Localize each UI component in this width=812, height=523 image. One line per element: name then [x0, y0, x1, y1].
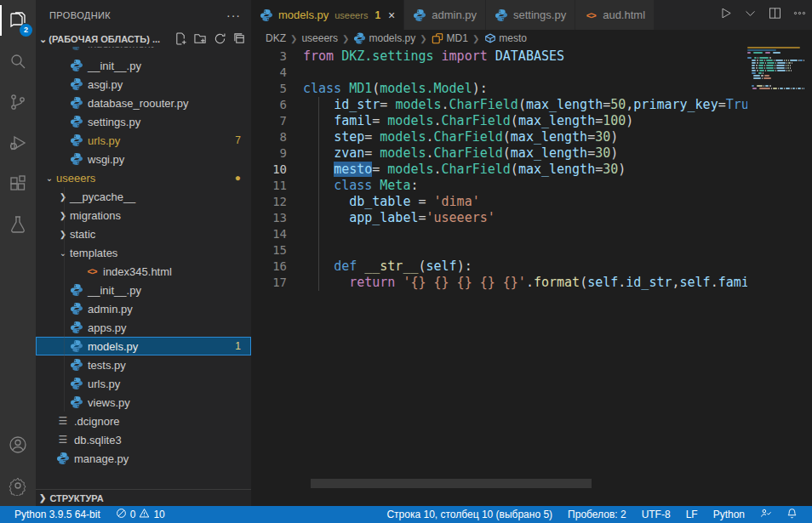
- more-actions-icon[interactable]: [792, 6, 807, 24]
- code-token: ,: [672, 275, 680, 290]
- line-number: 17: [251, 275, 287, 291]
- activity-search-icon[interactable]: [0, 41, 36, 82]
- status-feedback[interactable]: [754, 506, 777, 523]
- activity-explorer-icon[interactable]: 2: [0, 0, 36, 41]
- tree-item-models.py[interactable]: models.py1: [36, 337, 251, 355]
- breadcrumb-item-mesto[interactable]: mesto: [483, 32, 527, 45]
- code-token: =: [364, 145, 380, 161]
- tree-folder-templates[interactable]: ⌄templates: [36, 243, 251, 262]
- minimap-segment: [787, 65, 789, 66]
- status-indentation[interactable]: Пробелов: 2: [562, 506, 632, 523]
- minimap-segment: [769, 57, 771, 59]
- tree-folder-static[interactable]: ❯static: [36, 225, 251, 243]
- tree-item-__init__.py[interactable]: __init__.py: [36, 281, 251, 299]
- code-token: models: [387, 162, 433, 177]
- status-language-mode[interactable]: Python: [707, 506, 751, 523]
- tree-item-db.sqlite3[interactable]: ☰db.sqlite3: [36, 430, 251, 449]
- tab-models.py[interactable]: models.pyuseeers1×: [251, 0, 404, 30]
- new-folder-icon[interactable]: [194, 32, 207, 47]
- outline-section-header[interactable]: ❯ СТРУКТУРА: [36, 489, 251, 506]
- tree-item-urls.py[interactable]: urls.py7: [36, 131, 251, 150]
- account-icon[interactable]: [0, 424, 36, 465]
- minimap-segment: [792, 62, 792, 64]
- refresh-icon[interactable]: [214, 32, 226, 47]
- code-token: CharField: [434, 129, 503, 145]
- breadcrumb-item-models.py[interactable]: models.py: [353, 32, 415, 45]
- code-line: id_str= models.CharField(max_length=50,p…: [303, 97, 747, 113]
- code-content[interactable]: from DKZ.settings import DATABASES class…: [303, 48, 747, 291]
- new-file-icon[interactable]: [174, 32, 187, 47]
- workspace-section-header[interactable]: ⌄ (РАБОЧАЯ ОБЛАСТЬ) ...: [36, 30, 251, 48]
- tree-folder-useeers[interactable]: ⌄useeers●: [36, 168, 251, 187]
- tree-folder-__pycache__[interactable]: ❯__pycache__: [36, 187, 251, 206]
- minimap-segment: [757, 60, 758, 61]
- tree-item-settings.py[interactable]: settings.py: [36, 112, 251, 131]
- tree-item-__init__.py[interactable]: __init__.py: [36, 56, 251, 75]
- class-symbol-icon: [432, 32, 444, 45]
- status-encoding[interactable]: UTF-8: [636, 506, 677, 523]
- code-token: max_length: [526, 97, 603, 112]
- tab-admin.py[interactable]: admin.py: [404, 0, 486, 30]
- tree-item-database_roouter.py[interactable]: database_roouter.py: [36, 94, 251, 112]
- tree-item-admin.py[interactable]: admin.py: [36, 299, 251, 318]
- close-icon[interactable]: ×: [388, 9, 395, 22]
- code-token: 50: [610, 97, 626, 112]
- tree-item-indexelement[interactable]: indexelement: [36, 47, 251, 56]
- run-dropdown-icon[interactable]: [743, 6, 758, 24]
- breadcrumb-label: mesto: [499, 32, 527, 44]
- code-token: [303, 194, 349, 209]
- line-number: 14: [251, 226, 287, 242]
- tree-item-badge: 7: [235, 134, 241, 146]
- line-number: 3: [251, 48, 287, 65]
- code-token: .: [618, 275, 626, 290]
- code-token: max_length: [511, 129, 587, 145]
- feedback-icon: [760, 508, 771, 521]
- collapse-all-icon[interactable]: [233, 32, 246, 47]
- tree-item-tests.py[interactable]: tests.py: [36, 355, 251, 374]
- status-cursor-position[interactable]: Строка 10, столбец 10 (выбрано 5): [380, 506, 558, 523]
- split-editor-icon[interactable]: [768, 6, 782, 24]
- tree-folder-migrations[interactable]: ❯migrations: [36, 206, 251, 225]
- tree-item-.dcignore[interactable]: ☰.dcignore: [36, 412, 251, 430]
- status-problems[interactable]: 010: [110, 506, 171, 523]
- status-eol[interactable]: LF: [680, 506, 704, 523]
- minimap-line: [747, 75, 804, 77]
- status-notifications[interactable]: [781, 506, 803, 523]
- activity-source-control-icon[interactable]: [0, 82, 36, 122]
- activity-extensions-icon[interactable]: [0, 163, 36, 204]
- settings-gear-icon[interactable]: [0, 465, 36, 506]
- breadcrumb-item-DKZ[interactable]: DKZ: [266, 32, 286, 44]
- run-icon[interactable]: [718, 6, 733, 24]
- code-editor[interactable]: 34567891011121314151617 from DKZ.setting…: [251, 47, 812, 489]
- tree-item-manage.py[interactable]: manage.py: [36, 449, 251, 468]
- status-python-interpreter[interactable]: Python 3.9.5 64-bit: [9, 506, 106, 523]
- tab-settings.py[interactable]: settings.py: [486, 0, 575, 30]
- tree-item-urls.py[interactable]: urls.py: [36, 374, 251, 393]
- tree-item-wsgi.py[interactable]: wsgi.py: [36, 150, 251, 168]
- minimap-segment: [763, 72, 763, 74]
- tree-item-label: asgi.py: [88, 78, 123, 91]
- minimap-segment: [799, 60, 803, 61]
- tree-item-views.py[interactable]: views.py: [36, 393, 251, 412]
- minimap-line: [747, 47, 804, 48]
- tab-aud.html[interactable]: <>aud.html: [575, 0, 655, 30]
- activity-run-debug-icon[interactable]: [0, 122, 36, 163]
- breadcrumb-item-MD1[interactable]: MD1: [432, 32, 468, 45]
- code-token: =: [595, 162, 603, 177]
- code-token: max_length: [511, 145, 587, 161]
- explorer-more-actions-icon[interactable]: ···: [226, 9, 241, 22]
- code-token: primary_key: [633, 97, 718, 112]
- activity-testing-icon[interactable]: [0, 204, 36, 245]
- tree-item-index345.html[interactable]: <>index345.html: [36, 262, 251, 281]
- chevron-down-icon: ⌄: [43, 173, 56, 183]
- tree-item-asgi.py[interactable]: asgi.py: [36, 75, 251, 94]
- tree-item-apps.py[interactable]: apps.py: [36, 318, 251, 337]
- horizontal-scrollbar[interactable]: [311, 479, 592, 488]
- minimap[interactable]: [747, 47, 804, 149]
- minimap-segment: [753, 52, 763, 54]
- status-label: UTF-8: [642, 509, 671, 520]
- code-token: models: [380, 145, 426, 161]
- breadcrumb-item-useeers[interactable]: useeers: [301, 32, 338, 44]
- tree-item-label: apps.py: [88, 321, 127, 334]
- code-token: [303, 210, 349, 225]
